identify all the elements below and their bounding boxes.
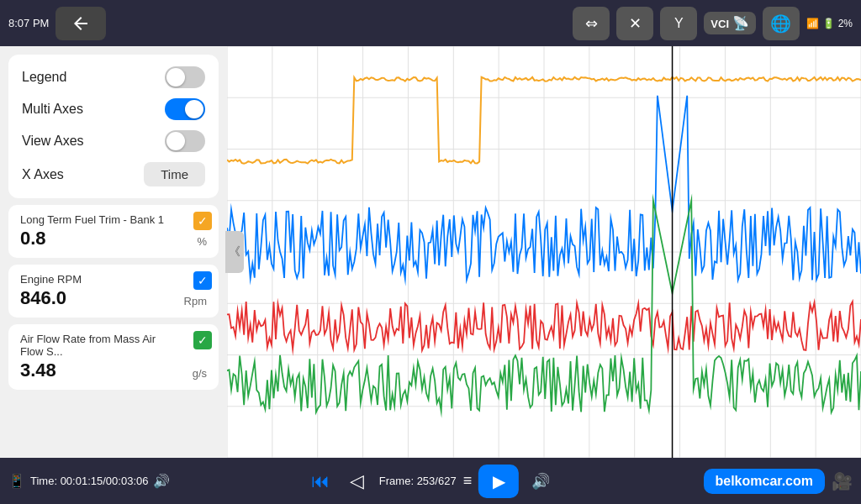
data-chart <box>227 46 861 458</box>
fuel-trim-card[interactable]: ✓ Long Term Fuel Trim - Bank 1 0.8 % <box>8 205 219 258</box>
multi-axes-row: Multi Axes <box>22 98 205 120</box>
battery-display: 📶 🔋 2% <box>806 18 853 29</box>
engine-rpm-card[interactable]: ✓ Engine RPM 846.0 Rpm <box>8 265 219 318</box>
legend-row: Legend <box>22 66 205 88</box>
back-icon <box>71 13 91 34</box>
fuel-trim-value: 0.8 <box>20 228 207 249</box>
controls-card: Legend Multi Axes View Axes X Axes Time <box>8 55 219 198</box>
screen-icon: 📱 <box>8 473 25 489</box>
air-flow-value: 3.48 <box>20 360 207 381</box>
fuel-trim-unit: % <box>197 235 207 248</box>
top-bar-right: ⇔ ✕ Y VCI 📡 🌐 📶 🔋 2% <box>573 7 853 40</box>
time-info: Time: 00:01:15/00:03:06 <box>30 475 148 487</box>
axis-y-button[interactable]: Y <box>660 7 697 40</box>
legend-toggle-thumb <box>166 68 185 87</box>
chart-area <box>227 46 861 458</box>
air-flow-header: Air Flow Rate from Mass Air Flow S... <box>20 333 207 358</box>
x-axes-row: X Axes Time <box>22 162 205 186</box>
air-flow-card[interactable]: ✓ Air Flow Rate from Mass Air Flow S... … <box>8 324 219 390</box>
time-button[interactable]: Time <box>144 162 205 186</box>
air-flow-check: ✓ <box>193 331 212 349</box>
left-panel: Legend Multi Axes View Axes X Axes Time <box>0 46 227 458</box>
play-button[interactable]: ▶ <box>478 465 519 498</box>
back-button[interactable] <box>55 7 106 40</box>
belkom-logo: belkomcar.com <box>704 469 826 494</box>
engine-rpm-unit: Rpm <box>184 295 207 307</box>
skip-back-button[interactable]: ⏮ <box>305 466 335 496</box>
bottom-left: 📱 Time: 00:01:15/00:03:06 🔊 <box>8 473 170 489</box>
resize-icon-button[interactable]: ⇔ <box>573 7 610 40</box>
top-bar: 8:07 PM ⇔ ✕ Y VCI 📡 🌐 📶 🔋 2% <box>0 0 861 46</box>
close-x-button[interactable]: ✕ <box>616 7 653 40</box>
volume-right-icon[interactable]: 🔊 <box>526 466 556 496</box>
bottom-center-controls: ⏮ ◁ Frame: 253/627 ≡ ▶ 🔊 <box>305 465 556 498</box>
air-flow-unit: g/s <box>193 367 207 380</box>
legend-toggle[interactable] <box>165 66 205 88</box>
battery-icon: 🔋 <box>822 18 835 29</box>
legend-label: Legend <box>22 70 66 85</box>
top-bar-left: 8:07 PM <box>8 7 106 40</box>
multi-axes-label: Multi Axes <box>22 102 83 117</box>
main-content: Legend Multi Axes View Axes X Axes Time <box>0 46 861 458</box>
bottom-bar: 📱 Time: 00:01:15/00:03:06 🔊 ⏮ ◁ Frame: 2… <box>0 458 861 504</box>
fuel-trim-check: ✓ <box>193 212 212 230</box>
globe-button[interactable]: 🌐 <box>763 7 800 40</box>
wifi-icon: 📶 <box>806 18 819 29</box>
x-axes-label: X Axes <box>22 167 64 182</box>
camera-icon[interactable]: 🎥 <box>832 471 853 491</box>
vci-badge: VCI 📡 <box>704 12 755 34</box>
multi-axes-toggle[interactable] <box>165 98 205 120</box>
view-axes-toggle[interactable] <box>165 130 205 152</box>
engine-rpm-value: 846.0 <box>20 287 207 309</box>
view-axes-toggle-thumb <box>166 132 185 150</box>
multi-axes-toggle-thumb <box>185 100 203 118</box>
menu-icon: ≡ <box>463 472 473 490</box>
fuel-trim-header: Long Term Fuel Trim - Bank 1 <box>20 213 207 226</box>
engine-rpm-header: Engine RPM <box>20 273 207 286</box>
frame-info: Frame: 253/627 <box>379 475 457 487</box>
volume-icon[interactable]: 🔊 <box>153 473 170 489</box>
collapse-button[interactable]: 《 <box>225 231 244 273</box>
time-display: 8:07 PM <box>8 17 49 29</box>
prev-frame-button[interactable]: ◁ <box>342 466 372 496</box>
view-axes-row: View Axes <box>22 130 205 152</box>
battery-pct: 2% <box>838 18 853 29</box>
engine-rpm-check: ✓ <box>193 271 212 290</box>
view-axes-label: View Axes <box>22 134 84 149</box>
bottom-right: belkomcar.com 🎥 <box>704 469 853 494</box>
